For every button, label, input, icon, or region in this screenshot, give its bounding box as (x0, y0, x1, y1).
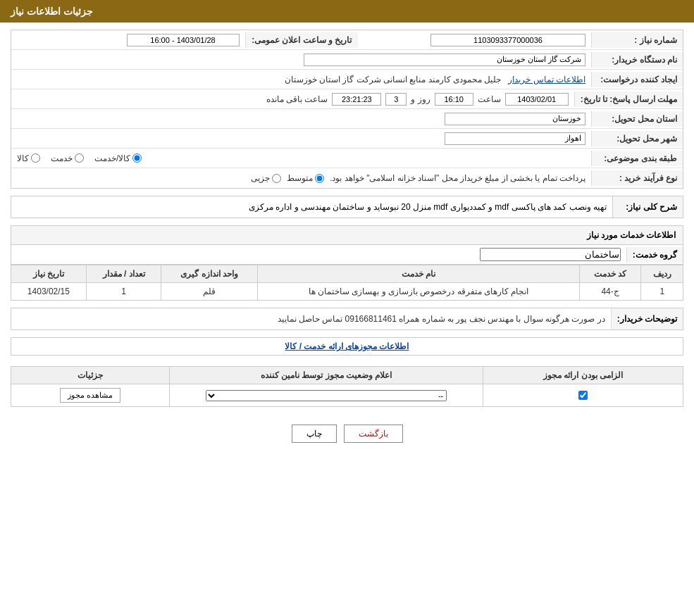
category-option-2[interactable]: خدمت (51, 153, 84, 163)
license-view-button[interactable]: مشاهده مجوز (60, 388, 120, 403)
col-row: ردیف (641, 265, 683, 283)
buyer-name-value (11, 51, 591, 69)
category-option-3[interactable]: کالا/خدمت (94, 153, 142, 163)
footer-buttons: بازگشت چاپ (11, 414, 683, 453)
service-group-input[interactable] (480, 248, 621, 261)
process-option-2[interactable]: متوسط (287, 173, 324, 183)
city-label: شهر محل تحویل: (591, 131, 683, 146)
creator-value: اطلاعات تماس خریدار جلیل محمودی کارمند م… (11, 72, 591, 87)
need-number-row: شماره نیاز : تاریخ و ساعت اعلان عمومی: (11, 30, 683, 50)
need-number-label: شماره نیاز : (591, 32, 683, 48)
cell-row: 1 (641, 283, 683, 301)
license-required-cell (483, 384, 683, 407)
creator-text: جلیل محمودی کارمند منابع انسانی شرکت گاز… (285, 75, 502, 84)
category-label: طبقه بندی موضوعی: (591, 151, 683, 166)
province-input[interactable] (445, 113, 585, 125)
main-info-section: شماره نیاز : تاریخ و ساعت اعلان عمومی: ن… (11, 30, 683, 189)
announce-label: تاریخ و ساعت اعلان عمومی: (245, 32, 358, 48)
province-label: استان محل تحویل: (591, 111, 683, 127)
province-value (11, 110, 591, 128)
col-code: کد خدمت (579, 265, 641, 283)
licenses-link[interactable]: اطلاعات مجوزهای ارائه خدمت / کالا (11, 337, 683, 356)
service-table: ردیف کد خدمت نام خدمت واحد اندازه گیری ت… (11, 265, 683, 301)
service-info-section: اطلاعات خدمات مورد نیاز گروه خدمت: ردیف … (11, 225, 683, 301)
buyer-name-input[interactable] (304, 54, 585, 66)
creator-label: ایجاد کننده درخواست: (591, 72, 683, 87)
license-table: الزامی بودن ارائه مجوز اعلام وضعیت مجوز … (11, 366, 683, 407)
category-row: طبقه بندی موضوعی: کالا/خدمت خدمت (11, 149, 683, 168)
province-row: استان محل تحویل: (11, 109, 683, 129)
need-number-input[interactable] (430, 34, 585, 46)
deadline-label: مهلت ارسال پاسخ: تا تاریخ: (574, 92, 683, 107)
deadline-row: مهلت ارسال پاسخ: تا تاریخ: ساعت روز و سا… (11, 89, 683, 109)
license-required-checkbox[interactable] (578, 391, 588, 400)
print-button[interactable]: چاپ (292, 425, 337, 443)
service-table-header: ردیف کد خدمت نام خدمت واحد اندازه گیری ت… (11, 265, 683, 283)
license-table-row: -- گزینه 1 گزینه 2 مشاهده مجوز (11, 384, 683, 407)
buyer-notes-section: توضیحات خریدار: در صورت هرگونه سوال با م… (11, 308, 683, 330)
city-row: شهر محل تحویل: (11, 129, 683, 149)
deadline-time-label: ساعت (478, 94, 501, 104)
buyer-name-label: نام دستگاه خریدار: (591, 52, 683, 68)
cell-count: 1 (86, 283, 161, 301)
service-section-title: اطلاعات خدمات مورد نیاز (11, 225, 683, 245)
deadline-days-label: روز و (411, 94, 430, 104)
city-value (11, 130, 591, 148)
license-status-cell[interactable]: -- گزینه 1 گزینه 2 (170, 384, 483, 407)
cell-name: انجام کارهای متفرقه درخصوص بازسازی و بهس… (258, 283, 580, 301)
city-input[interactable] (445, 132, 585, 145)
license-details-cell[interactable]: مشاهده مجوز (11, 384, 170, 407)
service-group-row: گروه خدمت: (11, 245, 683, 265)
cell-unit: قلم (161, 283, 258, 301)
process-row: نوع فرآیند خرید : پرداخت تمام یا بخشی از… (11, 168, 683, 188)
col-date: تاریخ نیاز (11, 265, 87, 283)
general-description-box: شرح کلی نیاز: تهیه ونصب کمد های پاکسی md… (11, 196, 683, 218)
category-value: کالا/خدمت خدمت کالا (11, 151, 591, 166)
creator-link[interactable]: اطلاعات تماس خریدار (508, 75, 585, 84)
deadline-time-input[interactable] (435, 93, 473, 106)
need-number-value (358, 31, 592, 49)
process-label: نوع فرآیند خرید : (591, 170, 683, 186)
service-table-row: 1 ج-44 انجام کارهای متفرقه درخصوص بازساز… (11, 283, 683, 301)
deadline-date-input[interactable] (505, 93, 569, 106)
deadline-value: ساعت روز و ساعت باقی مانده (11, 90, 574, 108)
buyer-notes-content: در صورت هرگونه سوال با مهندس نجف پور به … (11, 308, 611, 329)
general-description-label: شرح کلی نیاز: (612, 196, 683, 218)
buyer-notes-label: توضیحات خریدار: (611, 308, 683, 329)
creator-row: ایجاد کننده درخواست: اطلاعات تماس خریدار… (11, 70, 683, 89)
deadline-remaining-label: ساعت باقی مانده (266, 94, 328, 104)
announce-value (11, 31, 245, 49)
license-table-header: الزامی بودن ارائه مجوز اعلام وضعیت مجوز … (11, 367, 683, 384)
cell-date: 1403/02/15 (11, 283, 87, 301)
service-group-value (11, 245, 626, 264)
back-button[interactable]: بازگشت (344, 425, 403, 443)
general-description-content: تهیه ونصب کمد های پاکسی mdf و کمددیواری … (11, 196, 612, 218)
buyer-name-row: نام دستگاه خریدار: (11, 50, 683, 70)
process-option-1[interactable]: جزیی (251, 173, 281, 183)
license-col-status: اعلام وضعیت مجوز توسط نامین کننده (170, 367, 483, 384)
col-count: تعداد / مقدار (86, 265, 161, 283)
category-option-1[interactable]: کالا (17, 153, 40, 163)
col-unit: واحد اندازه گیری (161, 265, 258, 283)
col-name: نام خدمت (258, 265, 580, 283)
deadline-days-input[interactable] (385, 93, 407, 106)
announce-input[interactable] (127, 34, 240, 46)
license-status-select[interactable]: -- گزینه 1 گزینه 2 (206, 390, 447, 401)
process-value: پرداخت تمام یا بخشی از مبلغ خریداز محل "… (11, 170, 591, 186)
cell-code: ج-44 (579, 283, 641, 301)
deadline-remaining-input[interactable] (332, 93, 381, 106)
process-note: پرداخت تمام یا بخشی از مبلغ خریداز محل "… (330, 173, 585, 183)
page-title: جزئیات اطلاعات نیاز (0, 0, 694, 23)
license-col-details: جزئیات (11, 367, 170, 384)
license-col-required: الزامی بودن ارائه مجوز (483, 367, 683, 384)
service-group-label: گروه خدمت: (626, 247, 683, 263)
